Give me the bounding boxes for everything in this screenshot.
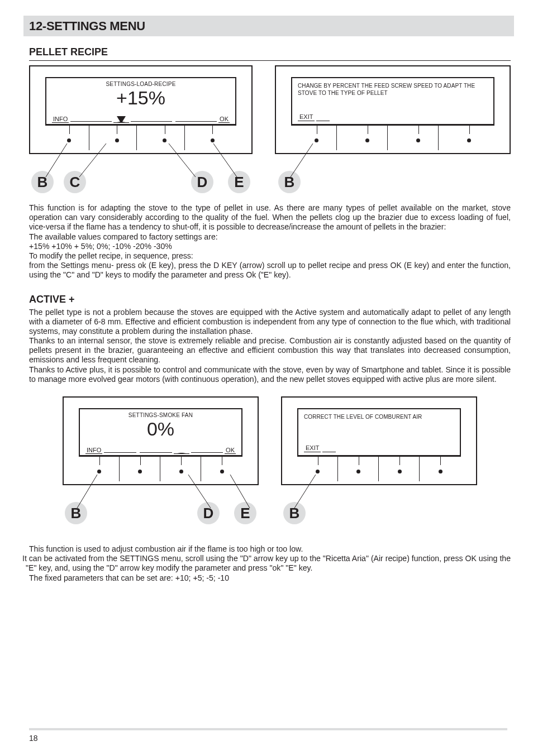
lcd-screen: SETTINGS-SMOKE FAN 0% INFO OK (79, 408, 242, 456)
footer-divider (29, 728, 507, 730)
body-text: This function is used to adjust combusti… (29, 544, 511, 554)
hardware-button[interactable] (439, 470, 442, 473)
hardware-button[interactable] (179, 470, 183, 473)
label-c: C (64, 171, 86, 193)
lcd-ok-label[interactable]: OK (225, 447, 236, 454)
body-text: +15% +10% + 5%; 0%; -10% -20% -30% (29, 242, 511, 251)
info-panel-right: CHANGE BY PERCENT THE FEED SCREW SPEED T… (275, 65, 511, 193)
hardware-button[interactable] (416, 138, 420, 142)
hardware-button[interactable] (97, 470, 101, 473)
hardware-button[interactable] (115, 138, 119, 142)
hardware-button[interactable] (467, 138, 471, 142)
lcd-screen-info: CHANGE BY PERCENT THE FEED SCREW SPEED T… (291, 77, 494, 125)
page-header: 12-SETTINGS MENU (23, 16, 514, 36)
arrow-down-icon[interactable] (117, 116, 126, 122)
section-title-active: ACTIVE + (29, 294, 511, 305)
lcd-value: +15% (46, 88, 235, 107)
hardware-button[interactable] (163, 138, 166, 142)
label-d: D (197, 502, 220, 524)
lcd-title: SETTINGS-LOAD-RECIPE (46, 78, 235, 87)
hardware-button[interactable] (138, 470, 142, 473)
label-b: B (65, 502, 87, 524)
control-panel-left: SETTINGS-SMOKE FAN 0% INFO OK (63, 396, 259, 524)
body-text: from the Settings menu- press ok (E key)… (29, 261, 511, 280)
lcd-screen: SETTINGS-LOAD-RECIPE +15% INFO OK (45, 77, 236, 125)
lcd-ok-label[interactable]: OK (218, 116, 230, 123)
hardware-button[interactable] (315, 138, 318, 142)
body-text: It can be activated from the SETTINGS me… (26, 554, 511, 573)
hardware-button[interactable] (67, 138, 71, 142)
body-text: To modify the pellet recipe, in sequence… (29, 251, 511, 261)
lcd-info-label[interactable]: INFO (52, 116, 69, 123)
label-e: E (228, 171, 250, 193)
section-title-pellet: PELLET RECIPE (29, 46, 511, 58)
body-text: The pellet type is not a problem because… (29, 308, 511, 337)
label-b: B (31, 171, 54, 193)
hardware-button[interactable] (365, 138, 369, 142)
info-panel-right: CORRECT THE LEVEL OF COMBURENT AIR EXIT … (281, 396, 477, 524)
body-text: The available values compared to factory… (29, 232, 511, 242)
hardware-button[interactable] (356, 470, 360, 473)
lcd-screen-info: CORRECT THE LEVEL OF COMBURENT AIR EXIT (297, 408, 461, 456)
control-panel-left: SETTINGS-LOAD-RECIPE +15% INFO OK (29, 65, 253, 193)
arrow-up-icon[interactable] (177, 453, 186, 453)
body-text: This function is for adapting the stove … (29, 203, 511, 232)
body-text: The fixed parameters that can be set are… (29, 573, 511, 583)
lcd-value: 0% (80, 419, 241, 438)
exit-label[interactable]: EXIT (304, 444, 321, 452)
hardware-button[interactable] (211, 138, 215, 142)
label-b: B (278, 171, 301, 193)
page-number: 18 (29, 734, 38, 743)
label-b: B (283, 502, 306, 524)
lcd-info-label[interactable]: INFO (85, 447, 102, 454)
info-text: CORRECT THE LEVEL OF COMBURENT AIR (298, 409, 460, 421)
label-e: E (234, 502, 256, 524)
label-d: D (191, 171, 213, 193)
hardware-button[interactable] (398, 470, 402, 473)
info-text: CHANGE BY PERCENT THE FEED SCREW SPEED T… (292, 78, 493, 97)
button-row (285, 456, 473, 481)
button-row (33, 125, 249, 150)
lcd-title: SETTINGS-SMOKE FAN (80, 409, 241, 418)
button-row (66, 456, 255, 481)
hardware-button[interactable] (220, 470, 224, 473)
page-title: 12-SETTINGS MENU (29, 19, 508, 34)
exit-label[interactable]: EXIT (298, 113, 315, 121)
hardware-button[interactable] (316, 470, 320, 473)
body-text: Thanks to an internal sensor, the stove … (29, 336, 511, 365)
body-text: Thanks to Active plus, it is possible to… (29, 365, 511, 384)
divider (29, 60, 511, 61)
button-row (279, 125, 507, 150)
